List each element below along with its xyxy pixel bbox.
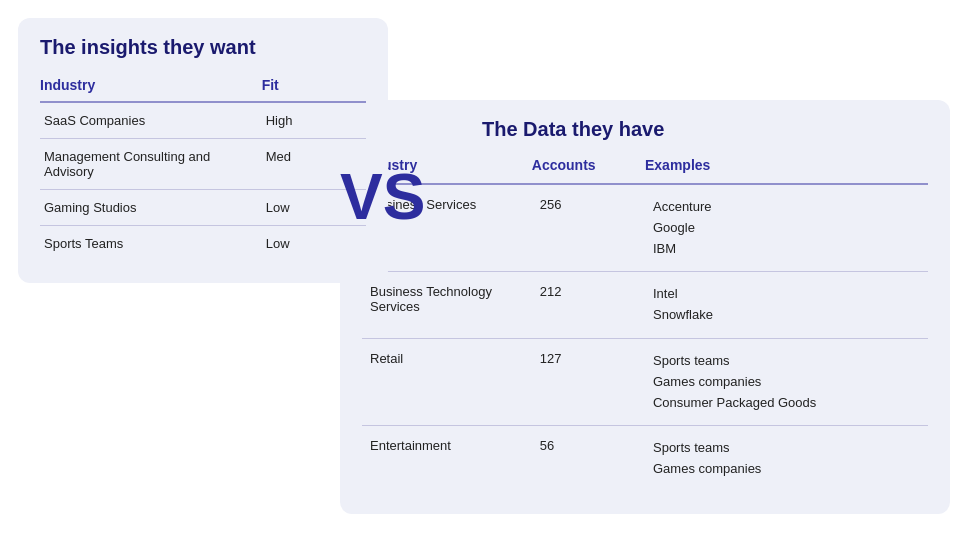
- left-table-row: Management Consulting and AdvisoryMed: [40, 139, 366, 190]
- right-panel: The Data they have Industry Accounts Exa…: [340, 100, 950, 514]
- left-table-row: SaaS CompaniesHigh: [40, 102, 366, 139]
- left-table: Industry Fit SaaS CompaniesHighManagemen…: [40, 77, 366, 261]
- right-cell-accounts: 56: [532, 426, 645, 492]
- right-cell-examples: Sports teams Games companies Consumer Pa…: [645, 338, 928, 425]
- right-header-examples: Examples: [645, 157, 928, 184]
- right-title: The Data they have: [362, 118, 928, 141]
- right-cell-accounts: 256: [532, 184, 645, 272]
- right-table-row: Retail127Sports teams Games companies Co…: [362, 338, 928, 425]
- right-cell-industry: Entertainment: [362, 426, 532, 492]
- vs-label: VS: [340, 160, 425, 234]
- right-table-row: Business Services256Accenture Google IBM: [362, 184, 928, 272]
- right-cell-examples: Accenture Google IBM: [645, 184, 928, 272]
- left-cell-fit: High: [262, 102, 366, 139]
- left-panel: The insights they want Industry Fit SaaS…: [18, 18, 388, 283]
- right-cell-examples: Sports teams Games companies: [645, 426, 928, 492]
- right-cell-industry: Retail: [362, 338, 532, 425]
- left-cell-industry: SaaS Companies: [40, 102, 262, 139]
- right-cell-examples: Intel Snowflake: [645, 272, 928, 339]
- right-header-accounts: Accounts: [532, 157, 645, 184]
- left-header-fit: Fit: [262, 77, 366, 102]
- right-cell-accounts: 212: [532, 272, 645, 339]
- right-table-row: Entertainment56Sports teams Games compan…: [362, 426, 928, 492]
- left-title: The insights they want: [40, 36, 366, 59]
- left-table-row: Gaming StudiosLow: [40, 190, 366, 226]
- right-table-row: Business Technology Services212Intel Sno…: [362, 272, 928, 339]
- right-cell-accounts: 127: [532, 338, 645, 425]
- left-cell-industry: Gaming Studios: [40, 190, 262, 226]
- right-cell-industry: Business Technology Services: [362, 272, 532, 339]
- left-table-row: Sports TeamsLow: [40, 226, 366, 262]
- left-cell-industry: Sports Teams: [40, 226, 262, 262]
- left-cell-industry: Management Consulting and Advisory: [40, 139, 262, 190]
- main-container: The insights they want Industry Fit SaaS…: [0, 0, 960, 540]
- right-table: Industry Accounts Examples Business Serv…: [362, 157, 928, 492]
- left-header-industry: Industry: [40, 77, 262, 102]
